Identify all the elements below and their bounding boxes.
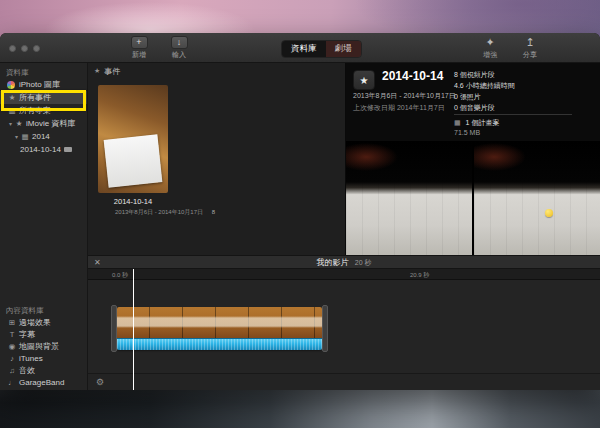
sidebar-item-sound-effects[interactable]: ♫ 音效 (0, 364, 87, 376)
timeline-title: 我的影片 (317, 258, 349, 267)
close-button[interactable] (9, 45, 16, 52)
clip-trim-handle-left[interactable] (111, 305, 117, 352)
sidebar-item-label: iTunes (19, 354, 43, 363)
playhead[interactable] (133, 269, 134, 390)
import-icon: ↓ (171, 36, 188, 49)
video-thumbnail-2[interactable] (474, 141, 600, 255)
event-thumbnail-photo (104, 134, 163, 187)
ruler-end-label: 20.9 秒 (410, 271, 429, 280)
event-info-panel: ★ 2014-10-14 2013年8月6日 - 2014年10月17日 上次修… (346, 63, 600, 255)
sidebar-item-label: 2014 (32, 132, 50, 141)
garageband-icon: ♩ (7, 378, 17, 387)
sidebar-item-label: GarageBand (19, 378, 64, 387)
sidebar-item-2014[interactable]: ▾ ▦ 2014 (0, 130, 87, 143)
share-icon: ↥ (512, 36, 548, 49)
timeline-clip[interactable] (117, 307, 322, 350)
event-thumbnail-title: 2014-10-14 (68, 197, 198, 206)
import-button[interactable]: ↓ 輸入 (160, 36, 198, 60)
sidebar-item-label: 地圖與背景 (19, 341, 59, 352)
sidebar: 資料庫 iPhoto 圖庫 ★ 所有事件 ▦ 所有專案 ▾ ★ iMovie 資… (0, 63, 88, 390)
clip-thumbnails (346, 141, 600, 255)
sidebar-item-titles[interactable]: T 字幕 (0, 328, 87, 340)
tab-library[interactable]: 資料庫 (282, 41, 326, 57)
sidebar-item-2014-10-14[interactable]: 2014-10-14 (0, 143, 87, 156)
enhance-button-label: 增強 (472, 50, 508, 60)
close-timeline-icon[interactable]: ✕ (94, 256, 101, 269)
enhance-icon: ✦ (472, 36, 508, 49)
library-star-icon: ★ (14, 119, 24, 128)
minimize-button[interactable] (21, 45, 28, 52)
clip-filmstrip (117, 307, 322, 338)
sidebar-library-header: 資料庫 (0, 66, 87, 78)
stat-audio-clips: 0 個音樂片段 (454, 102, 515, 113)
info-separator (454, 114, 572, 115)
event-info-date-range: 2013年8月6日 - 2014年10月17日 (353, 91, 456, 101)
sidebar-item-imovie-library[interactable]: ▾ ★ iMovie 資料庫 (0, 117, 87, 130)
event-info-title: 2014-10-14 (382, 69, 443, 83)
desktop-wallpaper-mountain (0, 386, 600, 428)
camera-icon (64, 147, 72, 152)
plus-icon: + (131, 36, 148, 49)
ruler-start-label: 0.0 秒 (112, 271, 128, 280)
titles-icon: T (7, 330, 17, 339)
new-button-label: 新增 (120, 50, 158, 60)
timeline-ruler[interactable]: 0.0 秒 20.9 秒 (88, 269, 600, 280)
zoom-button[interactable] (33, 45, 40, 52)
event-info-modified: 上次修改日期 2014年11月7日 (353, 103, 445, 113)
desktop: + 新增 ↓ 輸入 資料庫 劇場 ✦ 增強 ↥ 分享 資料庫 (0, 0, 600, 428)
sidebar-item-label: iPhoto 圖庫 (19, 79, 60, 90)
iphoto-flower-icon (7, 81, 15, 89)
tab-theater[interactable]: 劇場 (326, 41, 361, 57)
sidebar-item-label: 音效 (19, 365, 35, 376)
stat-photos: 0 張照片 (454, 91, 515, 102)
disclosure-triangle-icon[interactable]: ▾ (13, 133, 20, 140)
stat-video-clips: 8 個視頻片段 (454, 69, 515, 80)
globe-icon: ◉ (7, 342, 17, 351)
sidebar-item-itunes[interactable]: ♪ iTunes (0, 352, 87, 364)
toolbar: + 新增 ↓ 輸入 資料庫 劇場 ✦ 增強 ↥ 分享 (0, 33, 600, 63)
share-button-label: 分享 (512, 50, 548, 60)
sidebar-item-transitions[interactable]: ⊞ 過場效果 (0, 316, 87, 328)
event-clip-count: 8 (212, 209, 215, 215)
favorite-button[interactable]: ★ (353, 70, 375, 90)
event-star-icon: ★ (94, 67, 100, 75)
sidebar-item-maps-backgrounds[interactable]: ◉ 地圖與背景 (0, 340, 87, 352)
new-button[interactable]: + 新增 (120, 36, 158, 60)
stat-total-duration: 4.6 小時總持續時間 (454, 80, 515, 91)
timeline-settings-icon[interactable]: ⚙ (96, 377, 104, 387)
sidebar-item-garageband[interactable]: ♩ GarageBand (0, 376, 87, 388)
event-info-project-count: ▦ 1 個計畫案 (454, 118, 499, 128)
imovie-window: + 新增 ↓ 輸入 資料庫 劇場 ✦ 增強 ↥ 分享 資料庫 (0, 33, 600, 390)
event-thumbnail[interactable] (98, 85, 168, 193)
highlight-annotation (1, 90, 86, 111)
video-thumbnail-1[interactable] (346, 141, 472, 255)
sidebar-content-header: 內容資料庫 (0, 304, 87, 316)
project-icon: ▦ (454, 119, 461, 126)
event-browser-header: ★ 事件 (88, 63, 345, 79)
event-browser-header-label: 事件 (104, 66, 120, 77)
project-count-label: 1 個計畫案 (466, 119, 500, 126)
speaker-icon: ♫ (7, 366, 17, 375)
import-button-label: 輸入 (160, 50, 198, 60)
timeline-header: ✕ 我的影片 20 秒 (88, 255, 600, 269)
event-browser: ★ 事件 2014-10-14 2013年8月6日 - 2014年10月17日 … (88, 63, 346, 255)
share-button[interactable]: ↥ 分享 (512, 36, 548, 60)
event-info-stats: 8 個視頻片段 4.6 小時總持續時間 0 張照片 0 個音樂片段 (454, 69, 515, 113)
sidebar-item-label: 字幕 (19, 329, 35, 340)
view-switcher: 資料庫 劇場 (281, 40, 362, 58)
folder-icon: ▦ (20, 132, 30, 141)
sidebar-item-label: 過場效果 (19, 317, 51, 328)
music-note-icon: ♪ (7, 354, 17, 363)
event-thumbnail-caption: 2013年8月6日 - 2014年10月17日 8 (90, 208, 240, 217)
yellow-ball (545, 209, 553, 217)
timeline-duration: 20 秒 (355, 259, 372, 266)
clip-trim-handle-right[interactable] (322, 305, 328, 352)
enhance-button[interactable]: ✦ 增強 (472, 36, 508, 60)
disclosure-triangle-icon[interactable]: ▾ (7, 120, 14, 127)
event-info-size: 71.5 MB (454, 129, 480, 136)
transitions-icon: ⊞ (7, 318, 17, 327)
sidebar-item-label: iMovie 資料庫 (26, 118, 75, 129)
clip-audio-waveform (117, 338, 322, 350)
timeline-bottom-bar: ⚙ (88, 373, 600, 390)
sidebar-item-label: 2014-10-14 (20, 145, 61, 154)
